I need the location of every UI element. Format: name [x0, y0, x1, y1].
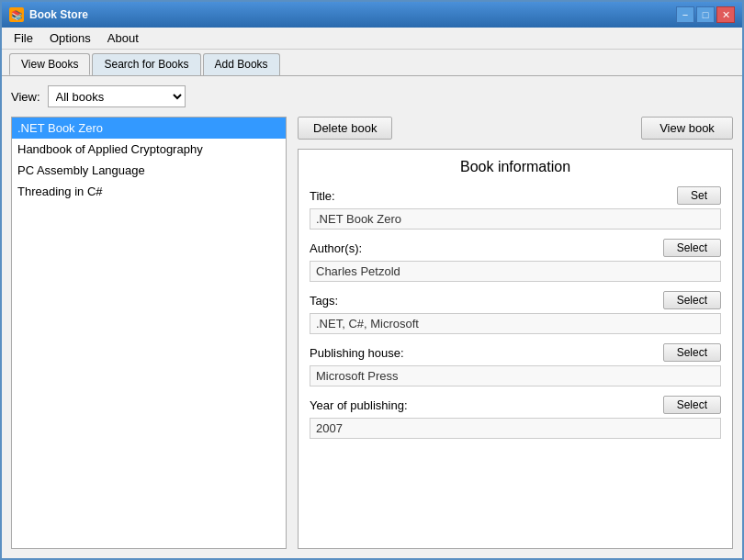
publishing-select-button[interactable]: Select	[663, 343, 721, 362]
book-info-panel: Book information Title: Set .NET Book Ze…	[298, 149, 733, 549]
list-item[interactable]: .NET Book Zero	[12, 118, 286, 139]
window-title: Book Store	[29, 8, 88, 21]
menu-bar: File Options About	[2, 28, 742, 50]
year-label: Year of publishing:	[310, 398, 408, 412]
tab-content: View: All books Fiction Non-Fiction .NET…	[2, 75, 742, 558]
title-label: Title:	[310, 189, 335, 203]
tags-label: Tags:	[310, 294, 338, 308]
publishing-value: Microsoft Press	[310, 365, 721, 386]
tab-view-books[interactable]: View Books	[9, 53, 90, 75]
year-field-header: Year of publishing: Select	[310, 396, 721, 414]
year-select-button[interactable]: Select	[663, 396, 721, 414]
right-panel: Delete book View book Book information T…	[298, 117, 733, 549]
authors-field-header: Author(s): Select	[310, 239, 721, 257]
menu-file[interactable]: File	[6, 28, 41, 48]
view-select[interactable]: All books Fiction Non-Fiction	[48, 85, 186, 107]
tags-value: .NET, C#, Microsoft	[310, 313, 721, 334]
year-field-row: Year of publishing: Select 2007	[310, 396, 721, 439]
authors-select-button[interactable]: Select	[663, 239, 721, 257]
main-content: .NET Book Zero Handbook of Applied Crypt…	[11, 117, 733, 549]
view-label: View:	[11, 90, 40, 104]
list-item[interactable]: PC Assembly Language	[12, 160, 286, 181]
authors-value: Charles Petzold	[310, 261, 721, 282]
view-row: View: All books Fiction Non-Fiction	[11, 85, 733, 107]
title-bar-left: 📚 Book Store	[9, 7, 88, 22]
title-bar-buttons: − □ ✕	[676, 6, 735, 23]
tags-field-header: Tags: Select	[310, 291, 721, 309]
view-book-button[interactable]: View book	[641, 117, 733, 140]
authors-field-row: Author(s): Select Charles Petzold	[310, 239, 721, 282]
tab-add-books[interactable]: Add Books	[203, 53, 280, 75]
title-value: .NET Book Zero	[310, 208, 721, 230]
list-item[interactable]: Handbook of Applied Cryptography	[12, 139, 286, 160]
minimize-button[interactable]: −	[676, 6, 694, 23]
book-list-panel: .NET Book Zero Handbook of Applied Crypt…	[11, 117, 287, 549]
action-buttons: Delete book View book	[298, 117, 733, 140]
tags-select-button[interactable]: Select	[663, 291, 721, 309]
list-item[interactable]: Threading in C#	[12, 181, 286, 202]
delete-book-button[interactable]: Delete book	[298, 117, 392, 140]
authors-label: Author(s):	[310, 241, 362, 255]
app-icon: 📚	[9, 7, 24, 22]
menu-about[interactable]: About	[99, 28, 147, 48]
tabs-bar: View Books Search for Books Add Books	[2, 50, 742, 75]
title-field-row: Title: Set .NET Book Zero	[310, 186, 721, 230]
publishing-field-header: Publishing house: Select	[310, 343, 721, 362]
title-field-header: Title: Set	[310, 186, 721, 205]
year-value: 2007	[310, 418, 721, 439]
title-bar: 📚 Book Store − □ ✕	[2, 2, 742, 28]
publishing-label: Publishing house:	[310, 346, 404, 360]
tags-field-row: Tags: Select .NET, C#, Microsoft	[310, 291, 721, 334]
title-set-button[interactable]: Set	[677, 186, 721, 205]
maximize-button[interactable]: □	[696, 6, 715, 23]
main-window: 📚 Book Store − □ ✕ File Options About Vi…	[0, 0, 744, 560]
menu-options[interactable]: Options	[41, 28, 99, 48]
publishing-field-row: Publishing house: Select Microsoft Press	[310, 343, 721, 386]
close-button[interactable]: ✕	[716, 6, 735, 23]
tab-search-books[interactable]: Search for Books	[92, 53, 200, 75]
book-info-title: Book information	[310, 159, 721, 175]
